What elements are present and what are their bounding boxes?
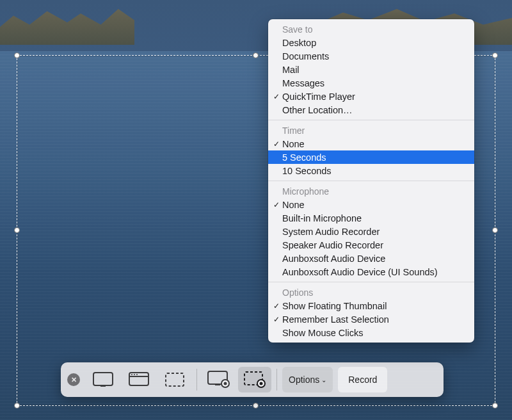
resize-handle-top-left[interactable] [14, 52, 20, 58]
menu-item-timer-5s[interactable]: 5 Seconds [268, 150, 474, 164]
record-label: Record [348, 375, 377, 385]
svg-point-6 [136, 374, 138, 375]
screenshot-toolbar: ✕ [61, 362, 444, 397]
checkmark-icon: ✓ [272, 92, 281, 101]
record-screen-icon [207, 371, 230, 389]
checkmark-icon: ✓ [272, 302, 281, 311]
svg-point-11 [224, 382, 227, 385]
resize-handle-top-right[interactable] [492, 52, 498, 58]
resize-handle-middle-right[interactable] [492, 227, 498, 233]
resize-handle-bottom-left[interactable] [14, 403, 20, 408]
svg-rect-0 [93, 373, 113, 385]
menu-item-floating-thumbnail[interactable]: ✓Show Floating Thumbnail [268, 299, 474, 312]
menu-item-save-desktop[interactable]: Desktop [268, 36, 474, 49]
menu-item-mic-speaker-audio[interactable]: Speaker Audio Recorder [268, 238, 474, 252]
resize-handle-middle-left[interactable] [14, 227, 20, 233]
menu-section-save-to: Save to [268, 22, 474, 36]
menu-divider [268, 120, 474, 120]
resize-handle-bottom-right[interactable] [492, 403, 498, 408]
menu-item-timer-10s[interactable]: 10 Seconds [268, 164, 474, 177]
checkmark-icon: ✓ [272, 315, 281, 324]
menu-divider [268, 282, 474, 282]
menu-item-mic-system-audio[interactable]: System Audio Recorder [268, 225, 474, 238]
mode-capture-selection[interactable] [158, 367, 191, 392]
menu-item-timer-none[interactable]: ✓None [268, 137, 474, 150]
window-icon [129, 372, 149, 387]
menu-item-show-mouse-clicks[interactable]: Show Mouse Clicks [268, 326, 474, 339]
menu-section-timer: Timer [268, 124, 474, 137]
checkmark-icon: ✓ [272, 140, 281, 149]
toolbar-separator [276, 369, 277, 391]
resize-handle-top-middle[interactable] [253, 52, 259, 58]
menu-item-save-documents[interactable]: Documents [268, 49, 474, 63]
options-menu: Save to Desktop Documents Mail Messages … [268, 19, 474, 343]
menu-item-mic-aunboxsoft-ui[interactable]: Aunboxsoft Audio Device (UI Sounds) [268, 265, 474, 279]
options-button[interactable]: Options ⌄ [282, 367, 333, 392]
menu-section-microphone: Microphone [268, 184, 474, 198]
svg-point-4 [131, 374, 132, 375]
screen-icon [93, 372, 113, 387]
toolbar-separator [196, 369, 197, 391]
chevron-down-icon: ⌄ [321, 376, 326, 384]
desktop-wallpaper: ✕ [0, 0, 512, 420]
menu-item-save-mail[interactable]: Mail [268, 63, 474, 76]
mode-capture-entire-screen[interactable] [86, 367, 120, 392]
resize-handle-bottom-middle[interactable] [253, 403, 259, 408]
close-icon: ✕ [71, 376, 77, 384]
wallpaper-mountain [0, 0, 134, 45]
menu-item-remember-selection[interactable]: ✓Remember Last Selection [268, 312, 474, 326]
options-label: Options [289, 375, 319, 385]
checkmark-icon: ✓ [272, 200, 281, 209]
svg-point-14 [260, 382, 263, 385]
svg-rect-7 [166, 373, 184, 386]
close-button[interactable]: ✕ [67, 373, 80, 386]
menu-item-mic-builtin[interactable]: Built-in Microphone [268, 211, 474, 225]
mode-capture-window[interactable] [122, 367, 156, 392]
mode-record-selection[interactable] [238, 367, 271, 392]
menu-divider [268, 181, 474, 181]
menu-item-save-quicktime[interactable]: ✓QuickTime Player [268, 90, 474, 103]
menu-item-save-messages[interactable]: Messages [268, 76, 474, 90]
mode-record-entire-screen[interactable] [202, 367, 236, 392]
menu-item-mic-aunboxsoft[interactable]: Aunboxsoft Audio Device [268, 252, 474, 265]
svg-rect-9 [215, 384, 220, 385]
selection-icon [164, 372, 185, 387]
menu-item-mic-none[interactable]: ✓None [268, 198, 474, 211]
record-selection-icon [243, 371, 266, 389]
svg-point-5 [134, 374, 135, 375]
svg-rect-1 [100, 385, 106, 387]
menu-section-options: Options [268, 286, 474, 299]
menu-item-save-other[interactable]: Other Location… [268, 103, 474, 117]
record-button[interactable]: Record [338, 367, 387, 392]
